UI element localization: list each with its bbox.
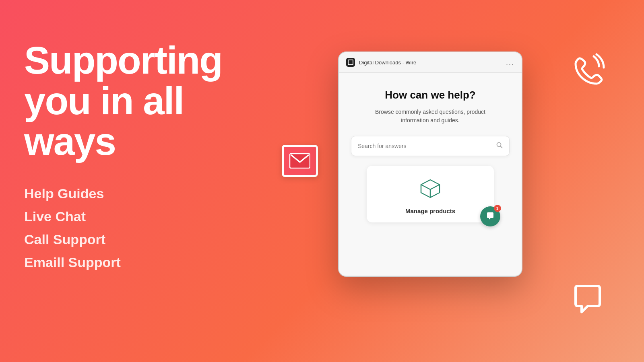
nav-links: Help Guides Live Chat Call Support Email… <box>24 186 258 270</box>
wire-app-logo <box>346 58 355 67</box>
email-envelope-icon <box>282 145 318 177</box>
floating-chat-bubble-icon <box>572 284 604 318</box>
svg-marker-4 <box>421 180 440 189</box>
search-input[interactable] <box>358 143 492 149</box>
product-icon <box>419 178 441 201</box>
floating-email-icon <box>282 145 318 177</box>
hero-title: Supporting you in all ways <box>24 40 258 162</box>
left-panel: Supporting you in all ways Help Guides L… <box>24 40 258 270</box>
chat-badge-count: 1 <box>494 205 501 212</box>
product-card: Manage products 1 <box>367 166 493 222</box>
help-center-subtitle: Browse commonly asked questions, product… <box>370 108 491 125</box>
browser-title-row: Digital Downloads - Wire <box>346 58 416 67</box>
chat-widget-badge[interactable]: 1 <box>480 206 500 226</box>
help-center-heading: How can we help? <box>385 89 475 101</box>
browser-tab-title: Digital Downloads - Wire <box>359 60 416 66</box>
search-bar[interactable] <box>351 136 510 156</box>
product-card-label: Manage products <box>405 208 455 214</box>
floating-phone-icon <box>568 52 608 94</box>
browser-mockup: Digital Downloads - Wire ... How can we … <box>338 51 522 277</box>
browser-more-button[interactable]: ... <box>506 58 514 67</box>
nav-link-live-chat[interactable]: Live Chat <box>24 209 258 224</box>
nav-link-email-support[interactable]: Emaill Support <box>24 255 258 270</box>
nav-link-help-guides[interactable]: Help Guides <box>24 186 258 202</box>
search-icon <box>496 142 503 150</box>
nav-link-call-support[interactable]: Call Support <box>24 232 258 247</box>
browser-content: How can we help? Browse commonly asked q… <box>339 73 522 276</box>
svg-line-3 <box>501 146 502 148</box>
browser-topbar: Digital Downloads - Wire ... <box>339 52 522 73</box>
